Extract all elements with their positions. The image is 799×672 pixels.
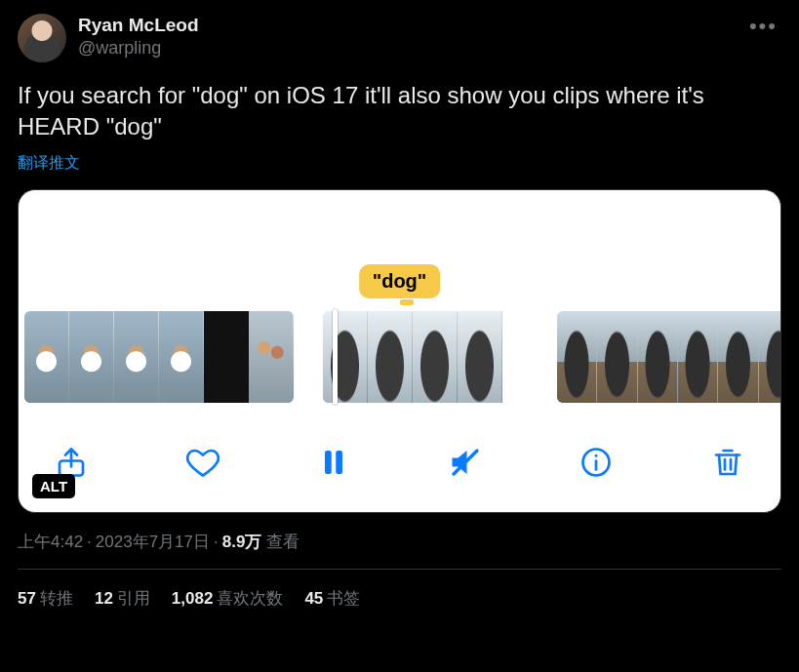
video-frame bbox=[597, 311, 637, 403]
video-frame bbox=[759, 311, 781, 403]
stats-row: 57转推 12引用 1,082喜欢次数 45书签 bbox=[18, 587, 781, 610]
video-frame bbox=[204, 311, 249, 403]
display-name: Ryan McLeod bbox=[78, 14, 745, 37]
video-frame bbox=[557, 311, 597, 403]
video-frame bbox=[114, 311, 159, 403]
playhead[interactable] bbox=[333, 309, 338, 405]
mute-icon[interactable] bbox=[448, 445, 483, 480]
more-icon[interactable]: ••• bbox=[745, 14, 781, 39]
divider bbox=[18, 569, 781, 570]
identity-block[interactable]: Ryan McLeod @warpling bbox=[78, 14, 745, 59]
video-frame bbox=[718, 311, 758, 403]
info-icon[interactable] bbox=[579, 445, 614, 480]
avatar[interactable] bbox=[18, 14, 66, 62]
pause-icon[interactable] bbox=[316, 445, 351, 480]
tweet-meta: 上午4:42·2023年7月17日·8.9万 查看 bbox=[18, 531, 781, 553]
video-frame bbox=[24, 311, 69, 403]
tweet-container: Ryan McLeod @warpling ••• If you search … bbox=[0, 0, 799, 610]
video-frame bbox=[159, 311, 204, 403]
heart-icon[interactable] bbox=[185, 445, 220, 480]
video-frame bbox=[638, 311, 678, 403]
video-frame bbox=[323, 311, 368, 403]
user-handle: @warpling bbox=[78, 37, 745, 59]
clip-group[interactable] bbox=[24, 311, 294, 403]
svg-rect-2 bbox=[336, 451, 342, 474]
video-frame bbox=[458, 311, 502, 403]
svg-rect-1 bbox=[325, 451, 332, 474]
views-label: 查看 bbox=[266, 533, 300, 551]
svg-point-6 bbox=[595, 455, 598, 457]
tweet-date[interactable]: 2023年7月17日 bbox=[96, 533, 210, 551]
clip-group[interactable] bbox=[323, 311, 528, 403]
clip-group[interactable] bbox=[557, 311, 781, 403]
trash-icon[interactable] bbox=[710, 445, 745, 480]
search-tooltip: "dog" bbox=[359, 264, 441, 298]
stat-quotes[interactable]: 12引用 bbox=[95, 587, 150, 610]
tweet-header: Ryan McLeod @warpling ••• bbox=[18, 14, 781, 62]
video-frame bbox=[413, 311, 458, 403]
views-count: 8.9万 bbox=[222, 533, 262, 551]
stat-retweets[interactable]: 57转推 bbox=[18, 587, 73, 610]
media-toolbar bbox=[19, 418, 780, 512]
tweet-time[interactable]: 上午4:42 bbox=[18, 533, 83, 551]
media-card[interactable]: "dog" bbox=[18, 189, 781, 513]
translate-link[interactable]: 翻译推文 bbox=[18, 153, 80, 174]
tweet-text: If you search for "dog" on iOS 17 it'll … bbox=[18, 80, 781, 143]
video-frame bbox=[368, 311, 413, 403]
video-frame bbox=[249, 311, 294, 403]
alt-badge[interactable]: ALT bbox=[32, 474, 75, 498]
video-filmstrip[interactable] bbox=[19, 311, 780, 403]
stat-likes[interactable]: 1,082喜欢次数 bbox=[172, 587, 284, 610]
stat-bookmarks[interactable]: 45书签 bbox=[304, 587, 360, 610]
tooltip-tick bbox=[400, 299, 414, 305]
video-frame bbox=[69, 311, 114, 403]
video-frame bbox=[678, 311, 718, 403]
